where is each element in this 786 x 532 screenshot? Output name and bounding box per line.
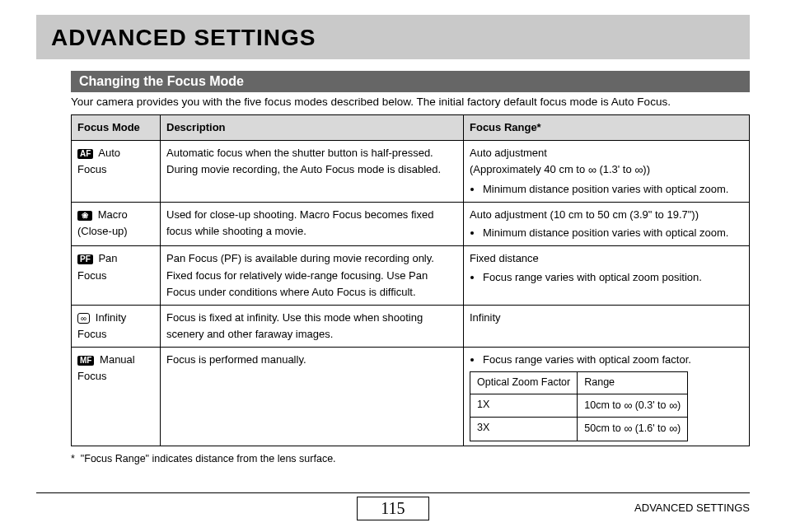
af-icon: AF [77, 149, 93, 159]
footer-section-label: ADVANCED SETTINGS [634, 502, 750, 514]
header-focus-mode: Focus Mode [72, 115, 161, 141]
footnote-text: "Focus Range" indicates distance from th… [81, 453, 336, 464]
mode-name: Manual [100, 353, 135, 366]
row-auto-focus: AF Auto Focus Automatic focus when the s… [72, 141, 750, 203]
range-text: Auto adjustment (10 cm to 50 cm (3.9" to… [470, 208, 699, 221]
range-text: Auto adjustment [470, 147, 547, 159]
inner-range-3x: 50cm to ∞ (1.6' to ∞) [578, 418, 688, 441]
range-text: 10cm to [584, 399, 624, 411]
intro-text: Your camera provides you with the five f… [71, 96, 750, 108]
range-text: Infinity [470, 311, 501, 324]
range-text: ) [677, 399, 681, 411]
range-bullet: Focus range varies with optical zoom pos… [483, 269, 743, 286]
range-text: (Approximately 40 cm to [470, 163, 588, 175]
range-notes: Minimum distance position varies with op… [470, 225, 743, 241]
range-text: (1.3' to [597, 163, 635, 175]
inner-range-1x: 10cm to ∞ (0.3' to ∞) [578, 394, 688, 418]
range-notes: Focus range varies with optical zoom pos… [470, 269, 743, 286]
content-area: Changing the Focus Mode Your camera prov… [36, 71, 750, 464]
row-pan-focus: PF Pan Focus Pan Focus (PF) is available… [72, 246, 750, 305]
title-band: ADVANCED SETTINGS [36, 15, 750, 59]
range-text: )) [643, 163, 650, 175]
cell-desc-manual: Focus is performed manually. [161, 348, 464, 446]
section-header: Changing the Focus Mode [71, 71, 750, 92]
cell-range-macro: Auto adjustment (10 cm to 50 cm (3.9" to… [464, 203, 750, 246]
infinity-icon: ∞ [634, 163, 643, 176]
range-text: Fixed distance [470, 252, 539, 264]
cell-range-auto: Auto adjustment (Approximately 40 cm to … [464, 141, 750, 203]
cell-mode-pan: PF Pan Focus [72, 246, 161, 305]
footnote-marker: * [71, 453, 75, 464]
cell-mode-manual: MF Manual Focus [72, 348, 161, 446]
inner-row-3x: 3X 50cm to ∞ (1.6' to ∞) [470, 418, 688, 441]
mode-name-line2: Focus [77, 163, 106, 175]
range-text: ) [677, 422, 681, 434]
cell-mode-macro: ❀ Macro (Close-up) [72, 203, 161, 246]
mode-name-line2: (Close-up) [77, 225, 128, 237]
inner-header-zoom: Optical Zoom Factor [470, 372, 578, 394]
mode-name: Macro [98, 208, 128, 221]
infinity-icon: ∞ [624, 422, 632, 435]
infinity-icon: ∞ [624, 399, 632, 412]
page-container: ADVANCED SETTINGS Changing the Focus Mod… [0, 0, 786, 464]
row-manual-focus: MF Manual Focus Focus is performed manua… [72, 348, 750, 446]
cell-desc-pan: Pan Focus (PF) is available during movie… [161, 246, 464, 305]
cell-desc-auto: Automatic focus when the shutter button … [161, 141, 464, 203]
range-text: 50cm to [584, 422, 624, 434]
cell-range-infinity: Infinity [464, 305, 750, 347]
inner-zoom-1x: 1X [470, 394, 578, 418]
zoom-range-table: Optical Zoom Factor Range 1X 10cm to ∞ (… [470, 371, 688, 441]
header-description: Description [161, 115, 464, 141]
infinity-mode-icon: ∞ [77, 313, 90, 324]
inner-zoom-3x: 3X [470, 418, 578, 441]
mode-name-line2: Focus [77, 269, 106, 282]
row-macro: ❀ Macro (Close-up) Used for close-up sho… [72, 203, 750, 246]
table-header-row: Focus Mode Description Focus Range* [72, 115, 750, 141]
inner-header-range: Range [578, 372, 688, 394]
range-notes: Minimum distance position varies with op… [470, 181, 743, 198]
infinity-icon: ∞ [588, 163, 597, 176]
cell-desc-infinity: Focus is fixed at infinity. Use this mod… [161, 305, 464, 347]
cell-mode-auto: AF Auto Focus [72, 141, 161, 203]
mode-name-line2: Focus [77, 328, 106, 340]
range-bullet: Focus range varies with optical zoom fac… [483, 352, 743, 368]
inner-header-row: Optical Zoom Factor Range [470, 372, 688, 394]
row-infinity-focus: ∞ Infinity Focus Focus is fixed at infin… [72, 305, 750, 347]
range-notes: Focus range varies with optical zoom fac… [470, 352, 743, 368]
infinity-icon: ∞ [669, 422, 677, 435]
mode-name-line2: Focus [77, 370, 106, 382]
mode-name: Auto [98, 147, 120, 159]
page-number: 115 [357, 497, 428, 520]
mf-icon: MF [77, 356, 94, 366]
range-text: (1.6' to [632, 422, 669, 434]
inner-row-1x: 1X 10cm to ∞ (0.3' to ∞) [470, 394, 688, 418]
focus-mode-table: Focus Mode Description Focus Range* AF A… [71, 114, 750, 446]
macro-icon: ❀ [77, 211, 92, 221]
header-focus-range: Focus Range* [464, 115, 750, 141]
cell-mode-infinity: ∞ Infinity Focus [72, 305, 161, 347]
range-text: (0.3' to [632, 399, 669, 411]
pf-icon: PF [77, 254, 93, 264]
cell-range-pan: Fixed distance Focus range varies with o… [464, 246, 750, 305]
infinity-icon: ∞ [669, 399, 677, 412]
cell-range-manual: Focus range varies with optical zoom fac… [464, 348, 750, 446]
mode-name: Infinity [96, 311, 127, 324]
range-bullet: Minimum distance position varies with op… [483, 225, 743, 241]
footnote: * "Focus Range" indicates distance from … [71, 453, 750, 464]
mode-name: Pan [98, 252, 117, 264]
range-bullet: Minimum distance position varies with op… [483, 181, 743, 198]
cell-desc-macro: Used for close-up shooting. Macro Focus … [161, 203, 464, 246]
page-title: ADVANCED SETTINGS [51, 25, 735, 51]
page-footer: 115 ADVANCED SETTINGS [36, 492, 750, 520]
